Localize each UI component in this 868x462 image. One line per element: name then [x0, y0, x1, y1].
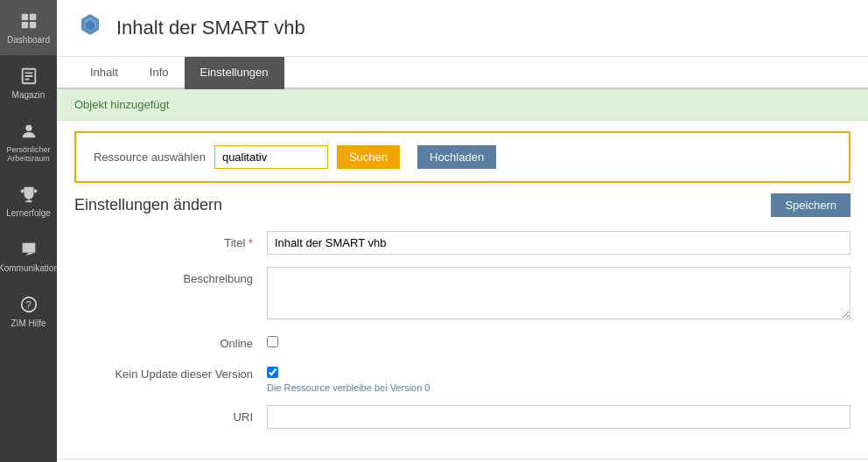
title-label: Titel *: [74, 231, 267, 249]
sidebar-label-lernerfolge: Lernerfolge: [6, 208, 51, 218]
settings-section: Einstellungen ändern Speichern Titel * B…: [57, 193, 868, 458]
svg-rect-3: [29, 22, 35, 28]
sidebar-label-zimhilfe: ZIM Hilfe: [11, 318, 46, 328]
sidebar-label-magazin: Magazin: [12, 90, 46, 100]
svg-text:?: ?: [25, 299, 32, 312]
sidebar-item-kommunikation[interactable]: Kommunikation: [0, 228, 57, 284]
svg-rect-5: [24, 72, 32, 74]
resource-section: Ressource auswählen Suchen Hochladen: [74, 131, 850, 183]
online-label: Online: [74, 332, 267, 350]
sidebar-item-arbeitsraum[interactable]: Persönlicher Arbeitsraum: [0, 110, 57, 173]
noupdate-checkbox[interactable]: [267, 367, 278, 378]
success-banner: Objekt hinzugefügt: [57, 89, 868, 121]
form-row-online: Online: [74, 332, 850, 350]
page-title: Inhalt der SMART vhb: [116, 17, 305, 39]
main-content: Inhalt der SMART vhb Inhalt Info Einstel…: [57, 0, 868, 462]
uri-label: URI: [74, 405, 267, 424]
chat-icon: [18, 239, 39, 260]
sidebar-item-zimhilfe[interactable]: ? ZIM Hilfe: [0, 284, 57, 339]
uri-input[interactable]: [267, 405, 850, 429]
online-checkbox[interactable]: [267, 336, 278, 347]
sidebar-label-arbeitsraum: Persönlicher Arbeitsraum: [4, 145, 53, 163]
sidebar-item-magazin[interactable]: Magazin: [0, 55, 57, 110]
sidebar-label-kommunikation: Kommunikation: [0, 263, 59, 273]
svg-rect-2: [21, 22, 27, 28]
trophy-icon: [18, 184, 39, 205]
required-marker: *: [248, 236, 253, 249]
tab-info[interactable]: Info: [134, 57, 185, 89]
svg-point-8: [25, 125, 32, 131]
form-row-noupdate: Kein Update dieser Version Die Ressource…: [74, 362, 850, 393]
save-button-top[interactable]: Speichern: [771, 193, 850, 217]
sidebar-label-dashboard: Dashboard: [7, 35, 50, 45]
sidebar-item-lernerfolge[interactable]: Lernerfolge: [0, 173, 57, 228]
help-icon: ?: [18, 294, 39, 315]
form-row-description: Beschreibung: [74, 267, 850, 319]
app-logo: [74, 12, 106, 44]
form-row-title: Titel *: [74, 231, 850, 255]
person-icon: [18, 121, 39, 142]
sidebar-item-dashboard[interactable]: Dashboard: [0, 0, 57, 55]
svg-rect-6: [24, 75, 32, 77]
resource-label: Ressource auswählen: [94, 150, 206, 164]
settings-title: Einstellungen ändern: [74, 196, 222, 214]
settings-header: Einstellungen ändern Speichern: [74, 193, 850, 217]
svg-rect-7: [24, 79, 30, 80]
svg-rect-1: [29, 14, 35, 20]
tab-einstellungen[interactable]: Einstellungen: [185, 57, 284, 89]
upload-button[interactable]: Hochladen: [417, 145, 496, 169]
search-button[interactable]: Suchen: [337, 145, 400, 169]
magazin-icon: [18, 66, 39, 87]
tab-inhalt[interactable]: Inhalt: [74, 57, 134, 89]
svg-rect-0: [21, 14, 27, 20]
title-input[interactable]: [267, 231, 850, 255]
description-label: Beschreibung: [74, 267, 267, 285]
noupdate-label: Kein Update dieser Version: [74, 362, 267, 381]
content-area: Objekt hinzugefügt Ressource auswählen S…: [57, 89, 868, 458]
description-textarea[interactable]: [267, 267, 850, 319]
noupdate-hint: Die Ressource verbleibe bei Version 0: [267, 382, 430, 393]
resource-input[interactable]: [214, 145, 328, 169]
dashboard-icon: [18, 10, 39, 32]
sidebar: Dashboard Magazin Persönlicher Arbeitsra…: [0, 0, 57, 462]
tab-bar: Inhalt Info Einstellungen: [57, 57, 868, 89]
footer-bar: * Erforderliche Angabe Speichern: [57, 458, 868, 462]
success-message: Objekt hinzugefügt: [74, 98, 169, 111]
page-header: Inhalt der SMART vhb: [57, 0, 868, 57]
form-row-uri: URI: [74, 405, 850, 429]
